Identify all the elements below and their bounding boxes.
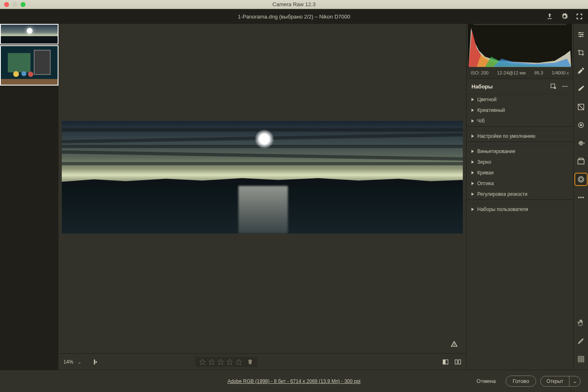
svg-point-18 — [578, 197, 579, 198]
rating-bar — [195, 357, 257, 367]
preset-item[interactable]: Кривая — [467, 167, 573, 178]
before-after-split-icon[interactable] — [455, 359, 461, 365]
preset-item[interactable]: Креативный — [467, 105, 573, 116]
window-minimize-button[interactable] — [12, 2, 17, 7]
tool-strip — [573, 24, 588, 370]
triangle-right-icon — [471, 193, 474, 196]
preset-label: Виньетирование — [477, 148, 515, 154]
window-close-button[interactable] — [4, 2, 9, 7]
star-2[interactable] — [208, 359, 215, 365]
more-icon[interactable] — [562, 83, 568, 90]
triangle-right-icon — [471, 171, 474, 174]
color-sampler-tool[interactable] — [575, 335, 587, 347]
svg-rect-3 — [458, 360, 460, 364]
svg-point-9 — [581, 34, 583, 35]
fullscreen-icon[interactable] — [576, 13, 583, 20]
hand-tool[interactable] — [575, 317, 587, 329]
svg-point-5 — [562, 86, 564, 87]
preset-item[interactable]: Регулировка резкости — [467, 189, 573, 199]
exif-row: ISO: 200 12-24@12 мм f/6.3 1/4000 c — [467, 67, 573, 79]
radial-tool[interactable] — [575, 119, 587, 131]
more-tools[interactable] — [575, 192, 587, 203]
export-icon[interactable] — [546, 13, 553, 20]
svg-rect-14 — [578, 160, 584, 164]
workflow-link[interactable]: Adobe RGB (1998) - 8 бит - 6714 x 2069 (… — [227, 378, 360, 384]
crop-tool[interactable] — [575, 47, 587, 58]
right-panel: ISO: 200 12-24@12 мм f/6.3 1/4000 c Набо… — [466, 24, 573, 370]
chevron-down-icon[interactable]: ⌄ — [569, 376, 581, 387]
document-header: 1-Panorama.dng (выбрано 2/2) – Nikon D70… — [0, 9, 588, 24]
preset-label: Ч/б — [477, 118, 485, 124]
preset-item[interactable]: Виньетирование — [467, 146, 573, 157]
preset-item[interactable]: Цветной — [467, 94, 573, 105]
triangle-right-icon — [471, 135, 474, 138]
triangle-right-icon — [471, 98, 474, 101]
presets-tool[interactable] — [575, 174, 587, 185]
preset-item[interactable]: Зерно — [467, 157, 573, 167]
preset-label: Наборы пользователя — [477, 206, 528, 212]
star-4[interactable] — [226, 359, 233, 365]
file-title: 1-Panorama.dng (выбрано 2/2) – Nikon D70… — [238, 14, 350, 20]
preset-label: Цветной — [477, 97, 497, 102]
svg-point-10 — [580, 36, 581, 37]
brush-tool[interactable] — [575, 83, 587, 95]
preset-label: Регулировка резкости — [477, 191, 527, 197]
edit-tool[interactable] — [575, 29, 587, 40]
triangle-right-icon — [471, 150, 474, 153]
star-5[interactable] — [236, 359, 242, 365]
open-label: Открыт — [540, 376, 569, 387]
star-3[interactable] — [217, 359, 224, 365]
histogram[interactable] — [468, 26, 572, 67]
preset-item[interactable]: Оптика — [467, 178, 573, 189]
exif-aperture: f/6.3 — [534, 70, 543, 75]
snapshot-tool[interactable] — [575, 155, 587, 167]
triangle-right-icon — [471, 160, 474, 164]
open-button[interactable]: Открыт ⌄ — [540, 376, 581, 387]
gear-icon[interactable] — [561, 13, 568, 20]
preset-label: Кривая — [477, 170, 494, 176]
zoom-dropdown[interactable]: 14% ⌄ — [63, 359, 87, 365]
app-title: Camera Raw 12.3 — [273, 1, 316, 7]
preset-item[interactable]: Наборы пользователя — [467, 204, 573, 215]
done-button[interactable]: Готово — [506, 376, 536, 387]
exif-shutter: 1/4000 c — [552, 70, 569, 75]
filmstrip-toggle-icon[interactable] — [93, 359, 100, 365]
preset-item[interactable]: Ч/б — [467, 116, 573, 126]
gradient-tool[interactable] — [575, 101, 587, 113]
exif-lens: 12-24@12 мм — [497, 70, 526, 75]
canvas-footer: 14% ⌄ — [58, 353, 466, 370]
panel-title-row: Наборы — [467, 79, 573, 94]
svg-point-8 — [579, 32, 580, 33]
canvas[interactable] — [58, 24, 466, 353]
preset-label: Зерно — [477, 159, 491, 165]
thumbnail-1[interactable] — [0, 24, 58, 44]
svg-point-7 — [566, 86, 567, 87]
star-1[interactable] — [199, 359, 206, 365]
preset-item[interactable]: Настройки по умолчанию — [467, 131, 573, 141]
preset-label: Креативный — [477, 107, 505, 113]
redeye-tool[interactable] — [575, 137, 587, 149]
preview-image — [62, 121, 463, 234]
svg-point-20 — [582, 197, 583, 198]
warning-icon[interactable] — [450, 340, 458, 348]
triangle-right-icon — [471, 182, 474, 185]
grid-tool[interactable] — [575, 353, 587, 365]
window-maximize-button[interactable] — [21, 2, 26, 7]
create-preset-icon[interactable] — [550, 83, 557, 90]
before-after-single-icon[interactable] — [442, 359, 449, 365]
preset-label: Оптика — [477, 181, 494, 186]
exif-iso: ISO: 200 — [471, 70, 488, 75]
thumbnail-2[interactable] — [0, 45, 58, 86]
cancel-button[interactable]: Отмена — [471, 376, 502, 387]
bottom-bar: Adobe RGB (1998) - 8 бит - 6714 x 2069 (… — [0, 370, 588, 392]
filmstrip — [0, 24, 58, 370]
trash-icon[interactable] — [247, 359, 253, 365]
triangle-right-icon — [471, 109, 474, 112]
svg-point-13 — [580, 124, 582, 126]
svg-point-17 — [579, 178, 583, 181]
svg-point-6 — [565, 86, 566, 87]
mac-titlebar: Camera Raw 12.3 — [0, 0, 588, 9]
eyedropper-tool[interactable] — [575, 65, 587, 77]
svg-rect-15 — [579, 158, 583, 160]
svg-point-16 — [578, 176, 584, 182]
